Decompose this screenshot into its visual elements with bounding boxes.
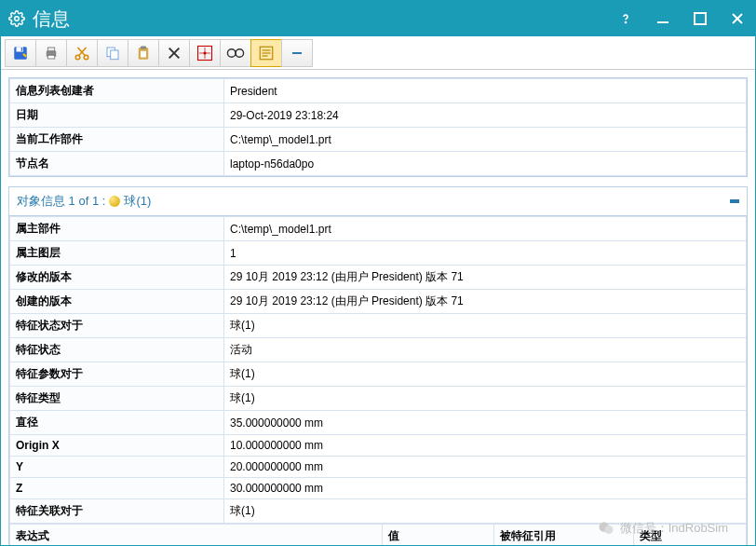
svg-rect-3: [695, 13, 706, 24]
window-title: 信息: [33, 7, 615, 32]
info-label: 特征状态对于: [10, 314, 224, 338]
info-label: 修改的版本: [10, 266, 224, 290]
svg-rect-10: [47, 48, 55, 51]
info-value: 球(1): [224, 314, 747, 338]
info-value: 1: [224, 241, 747, 266]
gear-icon: [8, 10, 25, 27]
target-button[interactable]: [189, 39, 221, 67]
svg-point-13: [84, 55, 88, 60]
info-label: 当前工作部件: [10, 128, 224, 152]
svg-line-15: [78, 48, 86, 55]
svg-rect-2: [657, 21, 668, 23]
svg-rect-11: [47, 55, 55, 59]
info-label: 属主图层: [10, 241, 224, 266]
info-value: President: [224, 79, 747, 103]
info-window: 信息 信息列表创建者President日期29-Oct-2019 23:18:2…: [0, 0, 756, 546]
svg-rect-8: [21, 48, 23, 51]
info-value: 29-Oct-2019 23:18:24: [224, 103, 747, 128]
svg-point-0: [15, 17, 20, 21]
info-value: C:\temp\_model1.prt: [224, 128, 747, 152]
info-value: 10.000000000 mm: [224, 435, 747, 457]
cut-button[interactable]: [66, 39, 98, 67]
expr-header: 值: [383, 525, 494, 546]
info-value: 球(1): [224, 387, 747, 411]
save-button[interactable]: [5, 39, 36, 67]
copy-button[interactable]: [97, 39, 128, 67]
sphere-icon: [109, 196, 120, 207]
info-value: 29 10月 2019 23:12 (由用户 President) 版本 71: [224, 266, 747, 290]
info-label: 信息列表创建者: [10, 79, 224, 103]
svg-rect-20: [141, 50, 146, 57]
info-label: Origin X: [10, 435, 224, 457]
minimize-button[interactable]: [653, 8, 673, 29]
info-value: laptop-n56da0po: [224, 152, 747, 176]
close-button[interactable]: [727, 8, 748, 29]
find-button[interactable]: [220, 39, 251, 67]
svg-rect-19: [141, 46, 146, 48]
info-label: 特征参数对于: [10, 362, 224, 387]
info-value: 20.000000000 mm: [224, 457, 747, 478]
svg-point-1: [625, 21, 626, 22]
svg-rect-17: [111, 50, 118, 60]
info-value: 球(1): [224, 499, 747, 524]
svg-line-14: [79, 48, 87, 55]
paste-button[interactable]: [128, 39, 159, 67]
titlebar: 信息: [1, 1, 755, 36]
info-label: 日期: [10, 103, 224, 128]
info-value: 35.000000000 mm: [224, 411, 747, 435]
info-label: 属主部件: [10, 217, 224, 241]
info-label: 创建的版本: [10, 290, 224, 314]
info-label: 特征状态: [10, 338, 224, 362]
toolbar: [1, 36, 755, 70]
section-prefix: 对象信息 1 of 1 :: [17, 193, 105, 210]
svg-point-27: [227, 48, 236, 57]
header-table: 信息列表创建者President日期29-Oct-2019 23:18:24当前…: [9, 78, 747, 176]
expr-header: 类型: [634, 525, 747, 546]
info-value: 30.000000000 mm: [224, 478, 747, 499]
info-label: 特征关联对于: [10, 499, 224, 524]
collapse-icon[interactable]: [730, 199, 739, 203]
expression-table: 表达式值被特征引用类型p6=35 mm35 mm球(1)数量: [9, 524, 747, 545]
expr-header: 表达式: [10, 525, 383, 546]
collapse-button[interactable]: [281, 39, 313, 67]
info-value: 球(1): [224, 362, 747, 387]
svg-point-12: [75, 55, 80, 60]
info-label: 节点名: [10, 152, 224, 176]
info-value: C:\temp\_model1.prt: [224, 217, 747, 241]
info-value: 活动: [224, 338, 747, 362]
expr-header: 被特征引用: [494, 525, 634, 546]
info-value: 29 10月 2019 23:12 (由用户 President) 版本 71: [224, 290, 747, 314]
content-area: 信息列表创建者President日期29-Oct-2019 23:18:24当前…: [1, 70, 755, 545]
section-header[interactable]: 对象信息 1 of 1 : 球(1): [9, 187, 747, 216]
svg-point-28: [236, 48, 244, 57]
detail-table: 属主部件C:\temp\_model1.prt属主图层1修改的版本29 10月 …: [9, 216, 747, 524]
info-label: 直径: [10, 411, 224, 435]
print-button[interactable]: [35, 39, 67, 67]
svg-rect-33: [292, 52, 302, 54]
list-button[interactable]: [250, 39, 282, 67]
header-panel: 信息列表创建者President日期29-Oct-2019 23:18:24当前…: [8, 77, 748, 177]
maximize-button[interactable]: [690, 8, 710, 29]
delete-button[interactable]: [158, 39, 190, 67]
object-panel: 对象信息 1 of 1 : 球(1) 属主部件C:\temp\_model1.p…: [8, 186, 748, 545]
section-link[interactable]: 球(1): [124, 193, 151, 210]
info-label: Z: [10, 478, 224, 499]
info-label: 特征类型: [10, 387, 224, 411]
help-button[interactable]: [615, 8, 636, 29]
info-label: Y: [10, 457, 224, 478]
